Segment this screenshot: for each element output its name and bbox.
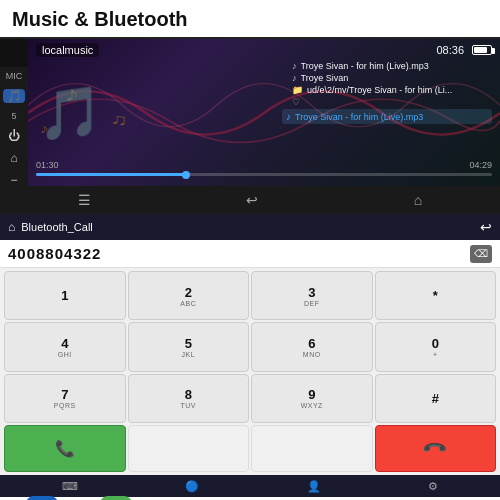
song-title: Troye Sivan - for him (Live).mp3 xyxy=(301,61,429,71)
dialer-settings-icon[interactable]: ⚙ xyxy=(428,480,438,493)
key-8-sub: TUV xyxy=(181,402,197,409)
call-btn[interactable]: 📞 xyxy=(4,425,126,472)
player-top-row: localmusic 08:36 xyxy=(36,43,492,57)
album-art: 🎵 xyxy=(38,82,103,143)
heart-icon: ♡ xyxy=(292,97,300,107)
key-empty-2[interactable] xyxy=(251,425,373,472)
dialer-contacts-icon[interactable]: 👤 xyxy=(307,480,321,493)
vol-down-btn[interactable]: − xyxy=(3,173,25,187)
song-line-1: ♪ Troye Sivan - for him (Live).mp3 xyxy=(292,61,492,71)
key-6-main: 6 xyxy=(308,336,315,351)
dialer-keyboard-icon[interactable]: ⌨ xyxy=(62,480,78,493)
banner-title: Music & Bluetooth xyxy=(12,8,488,31)
artist-name: Troye Sivan xyxy=(301,73,349,83)
key-6[interactable]: 6 MNO xyxy=(251,322,373,371)
key-7[interactable]: 7 PQRS xyxy=(4,374,126,423)
dialer-back-icon[interactable]: ↩ xyxy=(480,219,492,235)
keypad: 1 2 ABC 3 DEF * 4 GHI 5 JKL xyxy=(0,268,500,475)
song-line-4: ♡ xyxy=(292,97,492,107)
time-label: 08:36 xyxy=(436,44,464,56)
volume-number: 5 xyxy=(11,111,16,121)
progress-dot xyxy=(182,171,190,179)
folder-icon: 📁 xyxy=(292,85,303,95)
key-2[interactable]: 2 ABC xyxy=(128,271,250,320)
home-btn[interactable]: ⌂ xyxy=(3,151,25,165)
dialer-title: Bluetooth_Call xyxy=(21,221,474,233)
key-6-sub: MNO xyxy=(303,351,321,358)
dialer-bt-icon[interactable]: 🔵 xyxy=(185,480,199,493)
device-screen: MIC 🎵 5 ⏻ ⌂ − + ♪ ♫ ♪ xyxy=(0,39,500,214)
key-4-main: 4 xyxy=(61,336,68,351)
current-note-icon: ♪ xyxy=(286,111,291,122)
dialer-number-display: 4008804322 xyxy=(8,245,470,262)
time-total: 04:29 xyxy=(469,160,492,170)
home-bottom-icon[interactable]: ⌂ xyxy=(414,192,422,208)
current-track-text: Troye Sivan - for him (Live).mp3 xyxy=(295,112,423,122)
music-area: ♪ ♫ ♪ 🎵 localmusic 08:36 xyxy=(28,39,500,186)
key-8[interactable]: 8 TUV xyxy=(128,374,250,423)
source-label: localmusic xyxy=(36,43,99,57)
key-9-main: 9 xyxy=(308,387,315,402)
key-3[interactable]: 3 DEF xyxy=(251,271,373,320)
main-content: MIC 🎵 5 ⏻ ⌂ − + ♪ ♫ ♪ xyxy=(0,39,500,497)
key-hash[interactable]: # xyxy=(375,374,497,423)
key-4-sub: GHI xyxy=(58,351,72,358)
key-7-sub: PQRS xyxy=(54,402,76,409)
end-btn[interactable]: 📞 xyxy=(375,425,497,472)
usb-item: USB input xyxy=(96,496,137,500)
dialer-section: ⌂ Bluetooth_Call ↩ 4008804322 ⌫ 1 2 ABC … xyxy=(0,214,500,497)
song-line-3: 📁 ud/e\2/mv/Troye Sivan - for him (Li... xyxy=(292,85,492,95)
key-9-sub: WXYZ xyxy=(301,402,323,409)
left-sidebar: MIC 🎵 5 ⏻ ⌂ − + xyxy=(0,67,28,186)
progress-area: 01:30 04:29 xyxy=(36,160,492,176)
note-icon-2: ♪ xyxy=(292,73,297,83)
song-info: ♪ Troye Sivan - for him (Live).mp3 ♪ Tro… xyxy=(292,61,492,109)
key-5-sub: JKL xyxy=(181,351,195,358)
song-line-2: ♪ Troye Sivan xyxy=(292,73,492,83)
key-2-sub: ABC xyxy=(180,300,196,307)
key-9[interactable]: 9 WXYZ xyxy=(251,374,373,423)
end-icon: 📞 xyxy=(421,435,449,463)
key-hash-main: # xyxy=(432,391,439,406)
call-icon: 📞 xyxy=(55,439,75,458)
current-track: ♪ Troye Sivan - for him (Live).mp3 xyxy=(282,109,492,124)
mic-btn[interactable]: MIC xyxy=(3,71,25,81)
bluetooth-item: Bluetooth input xyxy=(12,496,72,500)
key-2-main: 2 xyxy=(185,285,192,300)
top-banner: Music & Bluetooth xyxy=(0,0,500,39)
key-4[interactable]: 4 GHI xyxy=(4,322,126,371)
dialer-home-icon[interactable]: ⌂ xyxy=(8,220,15,234)
progress-track[interactable] xyxy=(36,173,492,176)
key-1[interactable]: 1 xyxy=(4,271,126,320)
battery-icon xyxy=(472,45,492,55)
key-0-sub: + xyxy=(433,351,438,358)
key-star-main: * xyxy=(433,288,438,303)
usb-icon-circle xyxy=(100,496,132,500)
key-star[interactable]: * xyxy=(375,271,497,320)
menu-icon[interactable]: ☰ xyxy=(78,192,91,208)
file-path: ud/e\2/mv/Troye Sivan - for him (Li... xyxy=(307,85,452,95)
music-btn[interactable]: 🎵 xyxy=(3,89,25,103)
back-icon[interactable]: ↩ xyxy=(246,192,258,208)
power-btn[interactable]: ⏻ xyxy=(3,129,25,143)
dialer-top-bar: ⌂ Bluetooth_Call ↩ xyxy=(0,214,500,240)
key-5[interactable]: 5 JKL xyxy=(128,322,250,371)
key-3-main: 3 xyxy=(308,285,315,300)
progress-times: 01:30 04:29 xyxy=(36,160,492,170)
progress-fill xyxy=(36,173,186,176)
note-icon-1: ♪ xyxy=(292,61,297,71)
key-0-main: 0 xyxy=(432,336,439,351)
key-empty-1[interactable] xyxy=(128,425,250,472)
svg-text:♫: ♫ xyxy=(111,110,129,127)
dialer-bottom-bar: ⌨ 🔵 👤 ⚙ xyxy=(0,475,500,497)
time-current: 01:30 xyxy=(36,160,59,170)
key-0[interactable]: 0 + xyxy=(375,322,497,371)
bluetooth-icon-circle xyxy=(26,496,58,500)
dialer-delete-btn[interactable]: ⌫ xyxy=(470,245,492,263)
key-8-main: 8 xyxy=(185,387,192,402)
key-1-main: 1 xyxy=(61,288,68,303)
key-5-main: 5 xyxy=(185,336,192,351)
key-7-main: 7 xyxy=(61,387,68,402)
dialer-number-row: 4008804322 ⌫ xyxy=(0,240,500,268)
key-3-sub: DEF xyxy=(304,300,320,307)
